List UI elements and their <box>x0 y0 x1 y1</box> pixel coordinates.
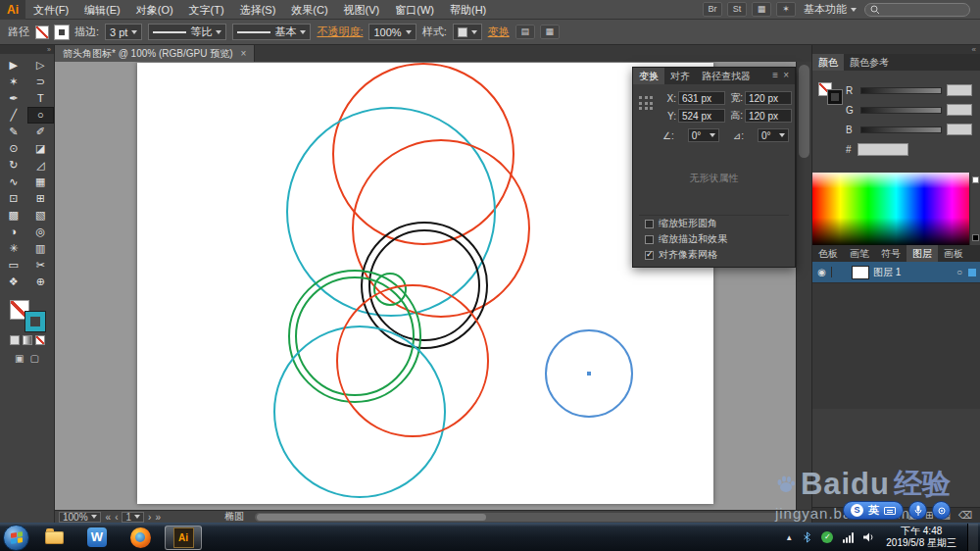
stock-icon[interactable]: St <box>727 2 747 17</box>
ime-pill[interactable]: S 英 <box>843 501 904 520</box>
direct-selection-tool[interactable]: ▷ <box>27 57 55 74</box>
next-artboard-icon[interactable]: › <box>148 512 151 523</box>
selection-color-chip[interactable] <box>968 269 976 276</box>
panel-tab[interactable]: 图层 <box>906 245 938 262</box>
ellipse-tool[interactable]: ○ <box>27 107 55 124</box>
perspective-grid-tool[interactable]: ⊞ <box>27 190 55 207</box>
layer-name[interactable]: 图层 1 <box>873 266 953 279</box>
zoom-tool[interactable]: ⊕ <box>27 274 55 290</box>
green-circle-inner[interactable] <box>296 277 414 395</box>
close-icon[interactable]: × <box>783 70 789 80</box>
shear-select[interactable]: 0° <box>758 128 789 142</box>
hex-input[interactable] <box>858 143 908 156</box>
color-spectrum[interactable] <box>812 173 980 245</box>
y-input[interactable]: 524 px <box>678 109 725 123</box>
channel-slider[interactable] <box>860 87 942 94</box>
type-tool[interactable]: T <box>27 90 55 107</box>
menu-item[interactable]: 文件(F) <box>25 0 76 20</box>
hidden-icons-arrow[interactable]: ▲ <box>785 533 793 542</box>
screen-mode-icon[interactable]: ▢ <box>30 353 39 364</box>
layer-row[interactable]: ◉ 图层 1 ○ <box>812 262 980 283</box>
none-mode-icon[interactable] <box>35 335 45 345</box>
draw-normal-icon[interactable]: ▣ <box>15 353 24 364</box>
panel-menu-icon[interactable]: ≡ <box>772 70 778 80</box>
teal-circle-upper[interactable] <box>287 108 495 316</box>
panel-tab[interactable]: 符号 <box>875 245 906 262</box>
artboard-number-select[interactable]: 1 <box>122 512 144 523</box>
checkbox-icon[interactable] <box>645 235 654 244</box>
checkbox-icon[interactable] <box>645 251 654 260</box>
start-button[interactable] <box>3 525 29 551</box>
menu-item[interactable]: 效果(C) <box>283 0 335 20</box>
taskbar-app-firefox[interactable] <box>122 526 159 550</box>
last-artboard-icon[interactable]: » <box>155 512 161 523</box>
menu-item[interactable]: 编辑(E) <box>76 0 128 20</box>
vertical-scrollbar[interactable] <box>796 62 811 510</box>
close-icon[interactable]: × <box>241 48 247 59</box>
panel-tab[interactable]: 画板 <box>938 245 969 262</box>
panel-tab[interactable]: 对齐 <box>664 68 696 84</box>
style-select[interactable] <box>453 24 482 40</box>
column-graph-tool[interactable]: ▥ <box>27 240 55 257</box>
channel-slider[interactable] <box>860 107 942 114</box>
menu-item[interactable]: 帮助(H) <box>442 0 494 20</box>
menu-item[interactable]: 视图(V) <box>336 0 388 20</box>
first-artboard-icon[interactable]: « <box>106 512 112 523</box>
panel-tab[interactable]: 颜色参考 <box>844 54 895 71</box>
ime-mode-indicator[interactable]: 英 <box>868 503 879 518</box>
mesh-tool[interactable]: ▩ <box>0 207 27 224</box>
taskbar-app-explorer[interactable] <box>35 526 73 550</box>
opacity-link[interactable]: 不透明度: <box>317 25 363 39</box>
checkbox-icon[interactable] <box>645 220 654 228</box>
rotate-select[interactable]: 0° <box>688 128 719 142</box>
transform-option-row[interactable]: 对齐像素网格 <box>639 247 789 263</box>
width-tool[interactable]: ∿ <box>0 174 27 190</box>
visibility-eye-icon[interactable]: ◉ <box>812 267 832 277</box>
gradient-mode-icon[interactable] <box>23 335 32 345</box>
scale-tool[interactable]: ◿ <box>27 157 55 174</box>
workspace-switcher[interactable]: 基本功能 <box>804 2 857 17</box>
zoom-select[interactable]: 100% <box>59 512 101 523</box>
channel-value-input[interactable] <box>947 104 972 116</box>
fill-swatch[interactable] <box>35 25 49 39</box>
stroke-swatch[interactable] <box>55 25 69 39</box>
taskbar-app-illustrator[interactable]: Ai <box>165 526 202 550</box>
delete-layer-icon[interactable]: ⌫ <box>958 510 972 521</box>
opacity-select[interactable]: 100% <box>368 24 416 40</box>
stroke-color-swatch[interactable] <box>25 312 45 331</box>
menu-item[interactable]: 选择(S) <box>232 0 284 20</box>
layer-thumbnail[interactable] <box>852 266 869 279</box>
gradient-tool[interactable]: ▧ <box>27 207 55 224</box>
black-swatch[interactable] <box>972 234 979 241</box>
pencil-tool[interactable]: ✐ <box>27 124 55 140</box>
panel-tab[interactable]: 色板 <box>812 245 844 262</box>
selection-center-anchor[interactable] <box>587 372 591 376</box>
width-input[interactable]: 120 px <box>745 91 792 105</box>
horizontal-scrollbar[interactable] <box>255 513 802 522</box>
brush-definition-select[interactable]: 基本 <box>232 24 311 40</box>
symbol-sprayer-tool[interactable]: ✳ <box>0 240 27 257</box>
blend-tool[interactable]: ◎ <box>27 224 55 240</box>
stroke-weight-select[interactable]: 3 pt <box>105 24 142 40</box>
keyboard-icon[interactable] <box>884 507 896 515</box>
panel-tab[interactable]: 颜色 <box>812 54 844 71</box>
vertical-scrollbar-thumb[interactable] <box>799 65 809 158</box>
bridge-icon[interactable]: Br <box>703 2 722 17</box>
white-swatch[interactable] <box>972 176 979 183</box>
channel-value-input[interactable] <box>947 84 972 96</box>
magic-wand-tool[interactable]: ✶ <box>0 74 27 90</box>
document-tab[interactable]: 箭头角图标* @ 100% (RGB/GPU 预览) × <box>55 45 255 62</box>
channel-slider[interactable] <box>860 126 942 133</box>
rotate-tool[interactable]: ↻ <box>0 157 27 174</box>
arrange-documents-icon[interactable]: ▦ <box>752 2 771 17</box>
bluetooth-icon[interactable] <box>800 530 813 544</box>
taskbar-app-wps[interactable]: W <box>78 526 116 550</box>
shape-builder-tool[interactable]: ⊡ <box>0 190 27 207</box>
selection-tool[interactable]: ▶ <box>0 57 27 74</box>
clock[interactable]: 下午 4:48 2019/5/8 星期三 <box>886 526 956 549</box>
x-input[interactable]: 631 px <box>678 91 725 105</box>
menu-item[interactable]: 文字(T) <box>181 0 232 20</box>
channel-value-input[interactable] <box>947 124 972 135</box>
paintbrush-tool[interactable]: ✎ <box>0 124 27 140</box>
teal-circle-lower[interactable] <box>274 326 445 497</box>
